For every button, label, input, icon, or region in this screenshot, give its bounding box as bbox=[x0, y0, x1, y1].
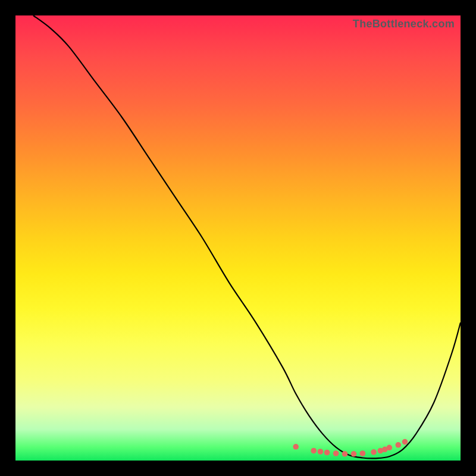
marker-dot bbox=[387, 445, 393, 451]
marker-dot bbox=[342, 451, 348, 457]
chart-frame: TheBottleneck.com bbox=[0, 0, 476, 476]
marker-dot bbox=[360, 450, 366, 456]
marker-dot bbox=[402, 439, 408, 445]
marker-dot bbox=[371, 449, 377, 455]
marker-dot bbox=[311, 448, 317, 454]
optimal-range-markers bbox=[293, 439, 408, 457]
marker-dot bbox=[318, 449, 324, 455]
marker-dot bbox=[333, 450, 339, 456]
bottleneck-curve bbox=[33, 15, 461, 458]
gradient-plot-area: TheBottleneck.com bbox=[15, 15, 461, 461]
marker-dot bbox=[324, 450, 330, 456]
marker-dot bbox=[396, 442, 402, 448]
marker-dot bbox=[351, 451, 357, 457]
marker-dot bbox=[293, 444, 299, 450]
curve-svg bbox=[15, 15, 461, 461]
